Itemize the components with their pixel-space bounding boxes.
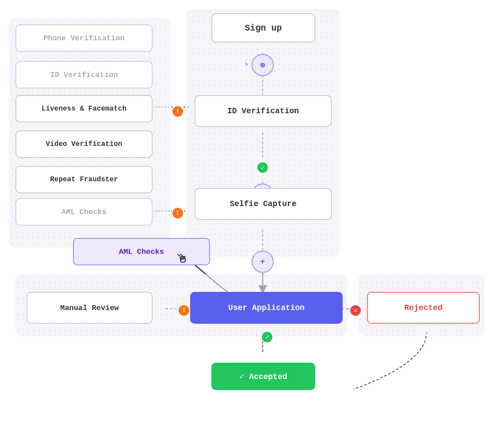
selfie-capture-node[interactable]: Selfie Capture <box>195 188 332 220</box>
manual-review-node[interactable]: Manual Review <box>27 292 153 324</box>
liveness-node[interactable]: Liveness & Facematch <box>15 95 153 123</box>
cursor-icon: 🖱 <box>175 250 189 267</box>
plus-icon-1: ⊕ <box>260 60 265 70</box>
accepted-node[interactable]: ✓ Accepted <box>211 363 315 390</box>
rejected-node[interactable]: Rejected <box>367 292 480 324</box>
id-verification-main-node[interactable]: ID Verification <box>195 95 332 127</box>
cross-icon: ✕ <box>354 307 357 314</box>
id-verification-side-node[interactable]: ID Verification <box>15 61 153 88</box>
aml-checks-side-node[interactable]: AML Checks <box>15 198 153 226</box>
plus-node-1[interactable]: ⊕ <box>252 54 274 76</box>
cross-badge-user-app: ✕ <box>349 304 362 317</box>
phone-verification-node[interactable]: Phone Verification <box>15 24 153 52</box>
warn-badge-aml-side: ! <box>172 207 184 219</box>
warn-badge-liveness: ! <box>172 105 184 118</box>
plus-node-3[interactable]: + <box>252 251 274 273</box>
user-application-node[interactable]: User Application <box>190 292 343 324</box>
check-badge-id: ✓ <box>256 161 269 174</box>
aml-checks-dragging-node[interactable]: AML Checks <box>73 238 210 265</box>
repeat-fraudster-node[interactable]: Repeat Fraudster <box>15 166 153 193</box>
plus-icon-3: + <box>260 257 265 266</box>
signup-node[interactable]: Sign up <box>211 13 315 42</box>
warn-badge-manual: ! <box>178 304 190 317</box>
canvas: Phone Verification ID Verification Liven… <box>0 0 501 448</box>
plus-arrow-1: > <box>245 61 248 68</box>
check-badge-user-app: ✓ <box>261 331 273 343</box>
video-verification-node[interactable]: Video Verification <box>15 130 153 158</box>
